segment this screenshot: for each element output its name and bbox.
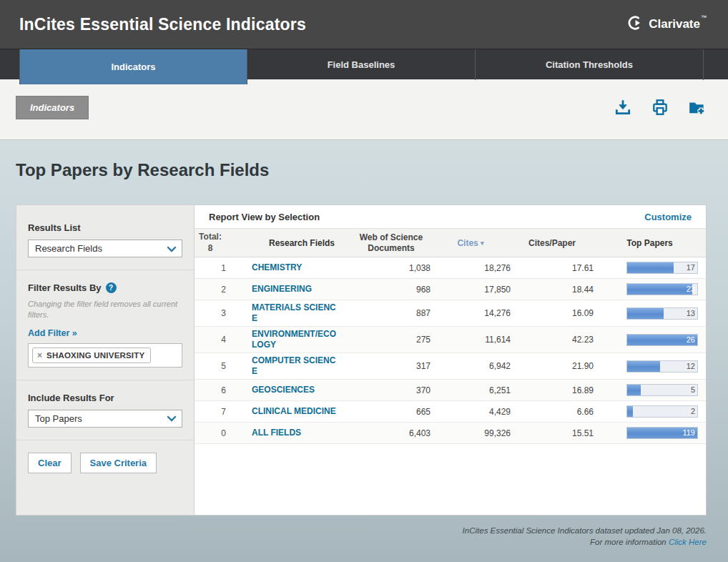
top-papers-value: 2 [691,407,695,415]
top-papers-bar: 23 [626,283,698,295]
tab-citation-thresholds[interactable]: Citation Thresholds [476,49,704,80]
research-field-link[interactable]: ALL FIELDS [252,428,301,438]
research-field-link[interactable]: COMPUTER SCIENCE [252,355,341,377]
research-field-link[interactable]: ENGINEERING [252,284,312,295]
top-papers-value: 17 [687,263,695,272]
row-documents: 887 [352,308,431,318]
page-title: Top Papers by Research Fields [16,160,707,180]
table-body: 1 CHEMISTRY 1,038 18,276 17.61 17 2 ENGI… [195,257,706,444]
table-row: 4 ENVIRONMENT/ECOLOGY 275 11,614 42.23 2… [195,327,706,353]
research-field-link[interactable]: MATERIALS SCIENCE [252,302,341,324]
column-research-fields[interactable]: Research Fields [226,238,352,248]
filter-help-text: Changing the filter field removes all cu… [28,299,182,320]
column-top-papers[interactable]: Top Papers [594,238,706,248]
column-cites-sorted[interactable]: Cites ▾ [431,238,511,248]
toolbar-icons [614,98,707,117]
column-wos-documents[interactable]: Web of Science Documents [352,232,431,254]
top-papers-value: 23 [687,285,695,293]
row-rank: 3 [195,308,226,318]
clarivate-logo: Clarivate™ [628,15,707,34]
clear-button[interactable]: Clear [28,453,72,473]
row-documents: 275 [352,335,431,345]
row-cites-per-paper: 21.90 [511,361,594,371]
divider [16,440,194,440]
customize-link[interactable]: Customize [644,212,692,222]
clarivate-icon [628,15,644,34]
add-folder-icon[interactable] [688,98,707,117]
row-cites: 6,251 [431,385,511,395]
dataset-footnote: InCites Essential Science Indicators dat… [463,526,707,548]
tab-field-baselines-label: Field Baselines [328,59,395,70]
brand-name: Clarivate [649,17,700,31]
dataset-updated-text: InCites Essential Science Indicators dat… [463,526,707,537]
top-papers-value: 12 [687,362,695,370]
divider [16,270,194,270]
breadcrumb-indicators-button[interactable]: Indicators [16,96,89,119]
add-filter-link[interactable]: Add Filter » [28,328,77,338]
app-header: InCites Essential Science Indicators Cla… [0,0,728,49]
column-cites-per-paper[interactable]: Cites/Paper [511,238,594,248]
top-papers-bar-fill [627,361,660,372]
row-cites: 99,326 [431,428,511,438]
row-rank: 5 [195,361,226,371]
top-papers-value: 13 [687,309,695,317]
row-documents: 1,038 [352,263,431,273]
filter-results-label: Filter Results By [28,282,102,293]
help-icon[interactable]: ? [106,282,117,293]
save-criteria-button[interactable]: Save Criteria [80,453,157,473]
include-results-select[interactable]: Top Papers [28,410,182,428]
tab-indicators-label: Indicators [111,61,155,72]
row-cites-per-paper: 16.89 [511,385,594,395]
top-papers-bar-fill [627,385,641,395]
table-row: 6 GEOSCIENCES 370 6,251 16.89 5 [195,380,706,401]
research-field-link[interactable]: GEOSCIENCES [252,385,315,395]
table-row: 1 CHEMISTRY 1,038 18,276 17.61 17 [195,257,706,279]
tab-citation-thresholds-label: Citation Thresholds [546,59,633,70]
top-papers-bar-fill [627,262,674,273]
download-icon[interactable] [614,98,632,117]
chevron-down-icon [166,243,177,255]
sort-desc-icon: ▾ [481,240,484,247]
print-icon[interactable] [651,98,669,117]
row-rank: 1 [195,263,226,273]
include-results-label: Include Results For [28,393,182,403]
row-documents: 370 [352,385,431,395]
top-papers-value: 26 [687,335,695,344]
row-cites-per-paper: 6.66 [511,407,594,417]
top-papers-bar-fill [627,308,664,319]
row-documents: 317 [352,361,431,371]
brand-trademark: ™ [701,14,707,21]
tab-indicators[interactable]: Indicators [19,49,247,84]
row-cites: 6,942 [431,361,511,371]
top-papers-value: 5 [691,385,695,394]
research-field-link[interactable]: ENVIRONMENT/ECOLOGY [252,329,341,350]
report-table-panel: Report View by Selection Customize Total… [194,204,707,516]
table-title: Report View by Selection [209,212,320,222]
table-row: 7 CLINICAL MEDICINE 665 4,429 6.66 2 [195,401,706,423]
include-results-value: Top Papers [35,413,82,424]
row-cites: 11,614 [431,335,511,345]
main-tabbar: Indicators Field Baselines Citation Thre… [0,49,728,79]
row-cites: 17,850 [431,285,511,295]
top-papers-bar: 17 [626,262,698,274]
row-documents: 6,403 [352,428,431,438]
row-rank: 2 [195,285,226,295]
filter-chip[interactable]: × SHAOXING UNIVERSITY [32,347,151,363]
row-rank: 6 [195,385,226,395]
research-field-link[interactable]: CLINICAL MEDICINE [252,406,336,417]
table-header-row: Total: 8 Research Fields Web of Science … [195,229,706,257]
row-cites-per-paper: 42.23 [511,335,594,345]
research-field-link[interactable]: CHEMISTRY [252,262,302,273]
table-row: 2 ENGINEERING 968 17,850 18.44 23 [195,279,706,300]
top-papers-bar: 5 [626,384,698,396]
main-content: Top Papers by Research Fields Results Li… [0,140,728,562]
click-here-link[interactable]: Click Here [669,538,707,546]
table-row: 0 ALL FIELDS 6,403 99,326 15.51 119 [195,423,706,444]
column-total: Total: 8 [195,232,226,254]
row-rank: 4 [195,335,226,345]
tab-field-baselines[interactable]: Field Baselines [247,49,476,80]
filters-sidebar: Results List Research Fields Filter Resu… [16,204,194,516]
chip-close-icon[interactable]: × [37,350,42,360]
results-list-select[interactable]: Research Fields [28,240,182,257]
top-papers-bar-fill [627,284,692,295]
